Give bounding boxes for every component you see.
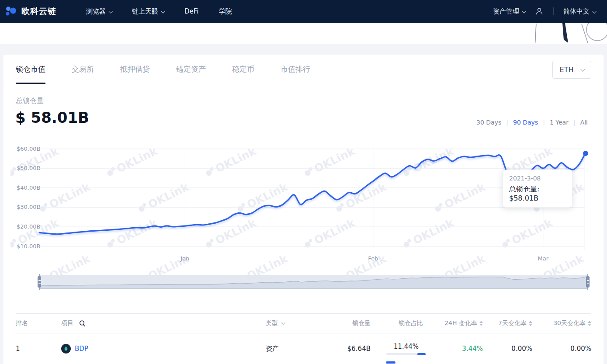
cell-project: BDP xyxy=(61,344,266,354)
sort-icon xyxy=(479,321,483,326)
chart-brush-slider[interactable] xyxy=(39,275,588,289)
header-share[interactable]: 锁仓占比 xyxy=(371,319,423,327)
top-navbar: 欧科云链 浏览器 链上天眼 DeFi 学院 资产管理 简体中文 xyxy=(0,0,607,23)
header-7d-change[interactable]: 7天变化率 xyxy=(483,319,532,327)
chevron-down-icon xyxy=(592,9,597,13)
sort-icon xyxy=(588,321,591,326)
oklink-logo[interactable]: 欧科云链 xyxy=(4,5,56,18)
currency-dropdown[interactable]: ETH xyxy=(552,61,591,79)
nav-item-language[interactable]: 简体中文 xyxy=(563,7,596,16)
tooltip-date: 2021-3-08 xyxy=(509,175,566,182)
defi-card: 锁仓市值 交易所 抵押借贷 锚定资产 稳定币 市值排行 ETH 总锁仓量 $ 5… xyxy=(3,55,604,364)
nav-item-defi[interactable]: DeFi xyxy=(184,7,198,15)
header-30d-change[interactable]: 30天变化率 xyxy=(532,319,591,327)
bdp-coin-icon xyxy=(61,344,71,354)
share-progress-bar xyxy=(386,353,426,355)
table-row[interactable]: 1 BDP 资产 $6.64B 11.44% 3.44% 0.00% 0.00% xyxy=(16,333,591,364)
chevron-down-icon xyxy=(281,321,285,324)
share-progress-fill xyxy=(417,353,426,355)
tooltip-value: 总锁仓量: $58.01B xyxy=(509,185,566,202)
nav-right: 资产管理 简体中文 xyxy=(493,7,596,16)
range-1y[interactable]: 1 Year xyxy=(550,119,569,126)
tab-stablecoins[interactable]: 稳定币 xyxy=(232,55,254,84)
chevron-down-icon xyxy=(161,9,165,13)
page-gap xyxy=(0,44,607,55)
chart-tooltip: 2021-3-08 总锁仓量: $58.01B xyxy=(503,170,572,208)
chevron-down-icon xyxy=(108,9,113,13)
chart-endpoint-dot xyxy=(583,151,588,156)
cell-locked: $6.64B xyxy=(332,345,371,353)
nav-menu: 浏览器 链上天眼 DeFi 学院 xyxy=(86,7,232,16)
hero-illustration-fragment xyxy=(515,23,607,44)
cell-rank: 1 xyxy=(16,345,61,353)
tvl-value: $ 58.01B xyxy=(15,109,89,126)
tab-marketcap-ranking[interactable]: 市值排行 xyxy=(281,55,310,84)
nav-divider xyxy=(553,7,554,15)
header-locked[interactable]: 锁仓量 xyxy=(332,319,371,327)
nav-item-asset-management[interactable]: 资产管理 xyxy=(493,7,525,16)
header-type[interactable]: 类型 xyxy=(266,319,332,327)
tab-lending[interactable]: 抵押借贷 xyxy=(120,55,150,84)
tab-bar: 锁仓市值 交易所 抵押借贷 锚定资产 稳定币 市值排行 ETH xyxy=(3,55,604,84)
nav-item-chaintelligence[interactable]: 链上天眼 xyxy=(132,7,164,16)
project-link[interactable]: BDP xyxy=(75,345,88,353)
range-all[interactable]: All xyxy=(580,119,588,126)
nav-item-explorer[interactable]: 浏览器 xyxy=(86,7,112,16)
cell-type: 资产 xyxy=(266,345,332,353)
range-30d[interactable]: 30 Days xyxy=(476,119,501,126)
header-project: 项目 xyxy=(61,319,266,327)
chevron-down-icon xyxy=(522,9,526,13)
tab-locked-marketcap[interactable]: 锁仓市值 xyxy=(16,55,45,84)
header-24h-change[interactable]: 24H 变化率 xyxy=(423,319,483,327)
hero-band xyxy=(0,23,607,44)
tab-exchanges[interactable]: 交易所 xyxy=(72,55,94,84)
user-icon[interactable] xyxy=(535,7,544,16)
logo-text: 欧科云链 xyxy=(21,6,56,17)
cell-30d-change: 0.00% xyxy=(532,345,591,353)
header-rank[interactable]: 排名 xyxy=(16,319,61,327)
time-range-selector: 30 Days | 90 Days | 1 Year | All xyxy=(476,119,588,126)
tab-pegged-assets[interactable]: 锚定资产 xyxy=(176,55,206,84)
nav-item-academy[interactable]: 学院 xyxy=(219,7,232,16)
cell-24h-change: 3.44% xyxy=(423,345,483,353)
brush-right-handle[interactable] xyxy=(586,276,590,288)
brush-left-handle[interactable] xyxy=(38,276,41,288)
cell-share: 11.44% xyxy=(371,343,423,355)
chevron-down-icon xyxy=(581,67,585,72)
table-header-row: 排名 项目 类型 锁仓量 锁仓占比 24H 变化率 7天变化率 30天变化率 xyxy=(16,313,591,333)
share-value: 11.44% xyxy=(394,343,423,350)
range-90d[interactable]: 90 Days xyxy=(513,119,538,126)
logo-dots-icon xyxy=(4,5,17,18)
search-icon[interactable] xyxy=(79,320,86,327)
tvl-label: 总锁仓量 xyxy=(16,97,44,106)
cell-7d-change: 0.00% xyxy=(483,345,532,353)
currency-selected-value: ETH xyxy=(560,66,574,74)
next-row-progress-fill-partial xyxy=(386,361,395,364)
sort-icon xyxy=(529,321,532,326)
